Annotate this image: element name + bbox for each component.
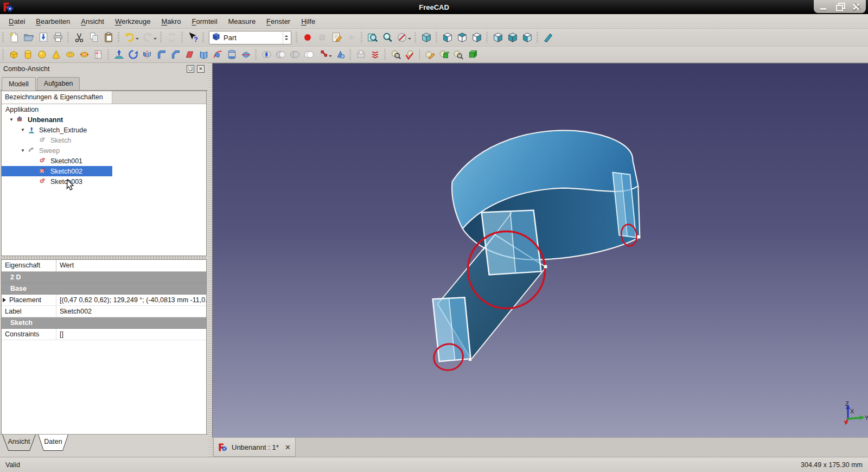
menu-hilfe[interactable]: Hilfe	[296, 15, 321, 28]
macro-edit-button[interactable]	[329, 30, 344, 45]
property-row-constraints[interactable]: Constraints[]	[2, 329, 206, 340]
draw-style-button[interactable]	[394, 30, 409, 45]
measure-linear-button[interactable]	[451, 48, 465, 61]
measure-button[interactable]	[541, 30, 556, 45]
property-value[interactable]: []	[56, 329, 206, 340]
boolean-cut-button[interactable]	[273, 48, 288, 61]
save-button[interactable]	[36, 30, 50, 45]
cross-section-button[interactable]	[239, 48, 253, 61]
vertical-splitter[interactable]	[208, 63, 212, 457]
whats-this-button[interactable]: ?	[186, 30, 200, 45]
tab-ansicht[interactable]: Ansicht	[2, 435, 36, 451]
check-geometry-button[interactable]	[388, 48, 403, 61]
extrude-button[interactable]	[112, 48, 126, 61]
edit-attachment-button[interactable]	[423, 48, 437, 61]
extrude-icon	[28, 126, 37, 135]
float-panel-icon[interactable]: ❏	[187, 65, 194, 73]
intersection-button[interactable]	[302, 48, 316, 61]
tab-aufgaben[interactable]: Aufgaben	[37, 77, 80, 90]
tree-item-sketch[interactable]: Sketch	[2, 135, 206, 145]
property-row-placement[interactable]: Placement[(0,47 0,62 0,62); 129,249 °; (…	[2, 295, 206, 306]
workbench-selector[interactable]: Part	[209, 31, 291, 44]
view-top-button[interactable]	[455, 30, 469, 45]
menu-ansicht[interactable]: Ansicht	[75, 15, 110, 28]
measure-angular-button[interactable]	[465, 48, 479, 61]
mirror-button[interactable]	[140, 48, 154, 61]
tree-item-unbenannt[interactable]: ▼Unbenannt	[2, 114, 206, 125]
menu-formteil[interactable]: Formteil	[187, 15, 223, 28]
view-axonometric-button[interactable]	[419, 30, 433, 45]
view-left-button[interactable]	[520, 30, 534, 45]
compound-tools-button[interactable]	[354, 48, 368, 61]
menu-datei[interactable]: Datei	[3, 15, 30, 28]
zoom-selection-button[interactable]	[380, 30, 394, 45]
menu-werkzeuge[interactable]: Werkzeuge	[110, 15, 156, 28]
3d-viewport[interactable]: Z X Y	[212, 63, 868, 437]
expander-icon[interactable]: ▼	[18, 148, 28, 153]
copy-button[interactable]	[86, 30, 101, 45]
tube-button[interactable]	[77, 48, 91, 61]
property-value[interactable]: [(0,47 0,62 0,62); 129,249 °; (-40,0813 …	[56, 295, 206, 305]
document-tab-close-icon[interactable]: ✕	[285, 443, 291, 451]
menu-measure[interactable]: Measure	[223, 15, 261, 28]
cylinder-button[interactable]	[21, 48, 35, 61]
menu-bearbeiten[interactable]: Bearbeiten	[30, 15, 75, 28]
minimize-button[interactable]	[819, 3, 828, 10]
tree-item-sketch002[interactable]: Sketch002	[2, 166, 206, 176]
color-per-face-button[interactable]	[437, 48, 451, 61]
open-button[interactable]	[21, 30, 36, 45]
cut-button[interactable]	[72, 30, 86, 45]
revolve-button[interactable]	[126, 48, 140, 61]
sphere-button[interactable]	[35, 48, 49, 61]
p-chamfer-icon	[170, 49, 181, 60]
tree-item-sketch001[interactable]: Sketch001	[2, 156, 206, 166]
macro-record-button[interactable]	[300, 30, 315, 45]
close-button[interactable]	[852, 3, 860, 10]
new-file-button[interactable]	[7, 30, 21, 45]
tree-item-sketch-extrude[interactable]: ▼Sketch_Extrude	[2, 125, 206, 135]
fillet-button[interactable]	[154, 48, 168, 61]
menu-makro[interactable]: Makro	[156, 15, 186, 28]
menu-fenster[interactable]: Fenster	[261, 15, 296, 28]
boolean-button[interactable]	[259, 48, 273, 61]
compound-button[interactable]	[333, 48, 347, 61]
tab-modell[interactable]: Modell	[2, 77, 36, 91]
expand-icon[interactable]	[3, 298, 8, 302]
expander-icon[interactable]: ▼	[18, 127, 28, 132]
workbench-spinner[interactable]	[283, 31, 290, 44]
sweep-button[interactable]	[210, 48, 225, 61]
box-button[interactable]	[7, 48, 21, 61]
titlebar[interactable]: FreeCAD	[0, 0, 868, 14]
union-button[interactable]	[288, 48, 302, 61]
view-right-button[interactable]	[469, 30, 484, 45]
view-rear-button[interactable]	[490, 30, 505, 45]
torus-button[interactable]	[63, 48, 77, 61]
restore-button[interactable]	[835, 3, 844, 10]
chamfer-button[interactable]	[168, 48, 182, 61]
print-button[interactable]	[50, 30, 65, 45]
loft-button[interactable]	[225, 48, 239, 61]
boolean-splitter-button[interactable]	[368, 48, 382, 61]
tree-item-sweep[interactable]: ▼Sweep	[2, 145, 206, 156]
paste-button[interactable]	[101, 30, 116, 45]
property-value[interactable]: Sketch002	[56, 306, 206, 317]
join-features-button[interactable]	[316, 48, 330, 61]
document-tab[interactable]: Unbenannt : 1* ✕	[213, 438, 296, 457]
combo-view-titlebar[interactable]: Combo-Ansicht ❏ ✕	[0, 63, 208, 75]
shape-builder-button[interactable]	[91, 48, 105, 61]
tab-daten[interactable]: Daten	[38, 435, 68, 451]
ruled-surface-button[interactable]	[196, 48, 210, 61]
undo-button[interactable]	[122, 30, 137, 45]
property-row-label[interactable]: LabelSketch002	[2, 306, 206, 317]
fit-all-button[interactable]	[365, 30, 380, 45]
defeaturing-button[interactable]	[403, 48, 417, 61]
view-bottom-button[interactable]	[505, 30, 520, 45]
tree-item-sketch003[interactable]: Sketch003	[2, 176, 206, 187]
make-face-button[interactable]	[182, 48, 196, 61]
sketch-profile-bottom[interactable]	[433, 297, 471, 361]
view-front-button[interactable]	[440, 30, 455, 45]
expander-icon[interactable]: ▼	[7, 117, 16, 122]
cone-button[interactable]	[49, 48, 63, 61]
tree-item-applikation[interactable]: Applikation	[2, 104, 206, 114]
close-panel-icon[interactable]: ✕	[197, 65, 205, 73]
